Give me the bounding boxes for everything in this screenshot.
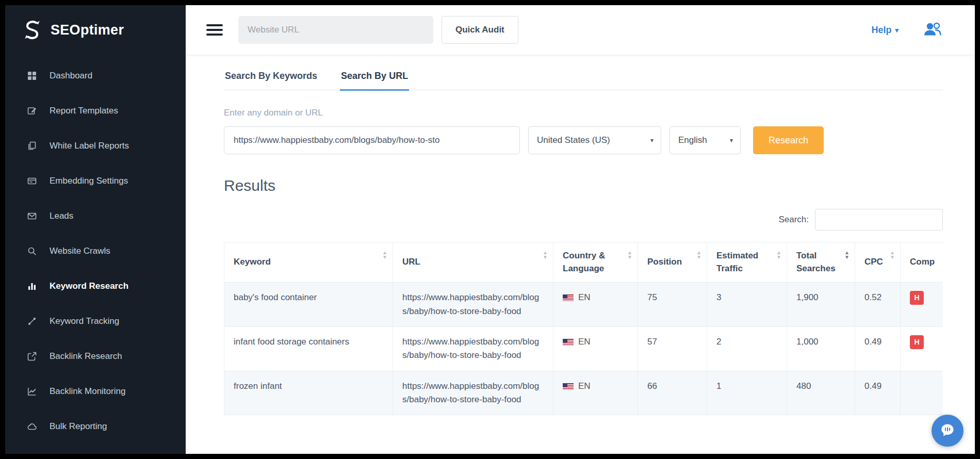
country-language-cell: EN — [553, 371, 638, 415]
us-flag-icon — [563, 383, 574, 390]
competition-badge: H — [910, 291, 924, 305]
menu-button[interactable] — [206, 24, 223, 36]
country-language-cell: EN — [553, 326, 638, 371]
estimated-traffic-cell: 1 — [707, 371, 787, 415]
quick-audit-button[interactable]: Quick Audit — [442, 16, 518, 44]
sidebar-item-label: Backlink Monitoring — [50, 386, 125, 397]
url-cell: https://www.happiestbaby.com/blogs/baby/… — [393, 326, 553, 371]
sidebar-item-label: Report Templates — [50, 106, 118, 116]
sort-icon — [543, 251, 548, 259]
results-title: Results — [224, 177, 943, 194]
column-header-competition[interactable]: Comp — [901, 242, 943, 283]
position-cell: 75 — [638, 283, 707, 327]
sort-icon — [627, 251, 632, 259]
total-searches-cell: 1,000 — [787, 326, 855, 371]
language-code: EN — [578, 292, 591, 302]
language-select-value: English — [678, 135, 707, 145]
column-header-position[interactable]: Position — [638, 242, 707, 283]
language-code: EN — [578, 337, 591, 347]
table-search-label: Search: — [778, 215, 809, 225]
position-cell: 57 — [638, 326, 707, 371]
sidebar-item-report-templates[interactable]: Report Templates — [5, 93, 186, 128]
column-header-estimated-traffic[interactable]: Estimated Traffic — [707, 242, 787, 283]
line-chart-icon — [26, 386, 38, 397]
envelope-icon — [26, 211, 38, 221]
total-searches-cell: 1,900 — [787, 283, 855, 327]
tracking-icon — [26, 316, 38, 326]
sidebar-item-keyword-tracking[interactable]: Keyword Tracking — [5, 304, 186, 339]
chat-launcher-button[interactable] — [932, 415, 963, 447]
chevron-down-icon: ▾ — [895, 26, 899, 34]
estimated-traffic-cell: 2 — [707, 326, 787, 371]
results-table: Keyword URL Country & Language Position … — [224, 242, 943, 415]
sidebar-item-website-crawls[interactable]: Website Crawls — [5, 234, 186, 269]
research-form: United States (US) ▾ English ▾ Research — [224, 126, 943, 154]
total-searches-cell: 480 — [787, 371, 855, 415]
main-area: Quick Audit Help ▾ — [186, 5, 975, 454]
column-header-total-searches[interactable]: Total Searches — [787, 242, 855, 283]
sidebar-item-keyword-research[interactable]: Keyword Research — [5, 269, 186, 304]
country-select-value: United States (US) — [537, 135, 610, 145]
language-select[interactable]: English ▾ — [669, 126, 741, 154]
domain-url-input[interactable] — [224, 126, 520, 154]
country-language-cell: EN — [553, 283, 638, 327]
competition-cell — [901, 371, 943, 415]
sidebar-item-embedding-settings[interactable]: Embedding Settings — [5, 163, 186, 199]
magnifier-icon — [26, 246, 38, 256]
users-icon — [922, 21, 944, 39]
brand-name: SEOptimer — [51, 22, 124, 38]
sidebar-item-label: White Label Reports — [50, 141, 129, 151]
column-header-country-language[interactable]: Country & Language — [553, 242, 638, 283]
table-search-input[interactable] — [815, 209, 943, 231]
brand-logo[interactable]: SEOptimer — [5, 5, 186, 55]
results-table-wrap: Keyword URL Country & Language Position … — [224, 242, 943, 415]
screenshot-frame: SEOptimer Dashboard Report Templates — [0, 0, 980, 459]
table-row: infant food storage containers https://w… — [224, 326, 943, 371]
sidebar: SEOptimer Dashboard Report Templates — [5, 5, 186, 454]
chevron-down-icon: ▾ — [730, 137, 733, 144]
sidebar-item-backlink-research[interactable]: Backlink Research — [5, 339, 186, 374]
sidebar-item-dashboard[interactable]: Dashboard — [5, 58, 186, 93]
sidebar-nav: Dashboard Report Templates White Label R… — [5, 55, 186, 444]
sort-icon — [890, 251, 895, 259]
tab-search-by-url[interactable]: Search By URL — [340, 65, 409, 91]
chat-bubble-icon — [940, 422, 955, 439]
white-label-reports-icon — [26, 141, 38, 151]
competition-cell: H — [901, 326, 943, 371]
sidebar-item-label: Dashboard — [50, 71, 92, 81]
estimated-traffic-cell: 3 — [707, 283, 787, 327]
url-cell: https://www.happiestbaby.com/blogs/baby/… — [393, 371, 553, 415]
sidebar-item-label: Website Crawls — [50, 246, 110, 256]
cpc-cell: 0.49 — [855, 326, 901, 371]
sidebar-item-leads[interactable]: Leads — [5, 199, 186, 234]
sidebar-item-white-label-reports[interactable]: White Label Reports — [5, 128, 186, 163]
us-flag-icon — [563, 339, 574, 346]
topbar: Quick Audit Help ▾ — [186, 5, 975, 55]
sort-icon — [776, 251, 781, 259]
us-flag-icon — [563, 294, 574, 301]
help-menu[interactable]: Help ▾ — [871, 25, 899, 36]
sidebar-item-label: Bulk Reporting — [50, 421, 107, 432]
domain-input-label: Enter any domain or URL — [224, 108, 943, 118]
research-button[interactable]: Research — [753, 126, 824, 154]
tab-search-by-keywords[interactable]: Search By Keywords — [224, 65, 318, 91]
content: Search By Keywords Search By URL Enter a… — [186, 55, 975, 454]
column-header-cpc[interactable]: CPC — [855, 242, 901, 283]
website-url-input[interactable] — [238, 16, 433, 44]
account-button[interactable] — [922, 21, 944, 39]
url-cell: https://www.happiestbaby.com/blogs/baby/… — [393, 283, 553, 327]
table-header-row: Keyword URL Country & Language Position … — [224, 242, 943, 283]
embedding-settings-icon — [26, 176, 38, 186]
sidebar-item-bulk-reporting[interactable]: Bulk Reporting — [5, 409, 186, 444]
sort-icon — [696, 251, 701, 259]
table-search: Search: — [224, 209, 943, 231]
country-select[interactable]: United States (US) ▾ — [528, 126, 661, 154]
sidebar-item-label: Backlink Research — [50, 351, 122, 362]
report-templates-icon — [26, 106, 38, 116]
dashboard-icon — [26, 71, 38, 81]
cpc-cell: 0.49 — [855, 371, 901, 415]
column-header-keyword[interactable]: Keyword — [224, 242, 393, 283]
table-row: baby's food container https://www.happie… — [224, 283, 943, 327]
sidebar-item-backlink-monitoring[interactable]: Backlink Monitoring — [5, 374, 186, 409]
column-header-url[interactable]: URL — [393, 242, 553, 283]
